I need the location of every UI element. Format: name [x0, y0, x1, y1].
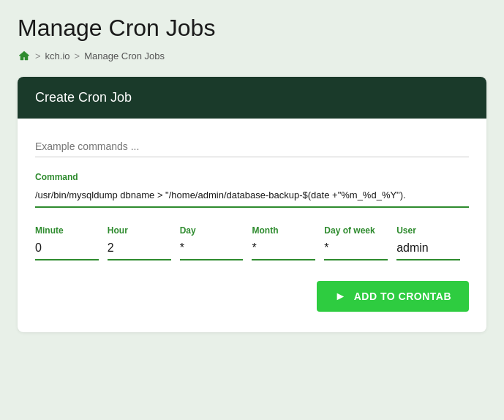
dayofweek-input[interactable]	[324, 240, 388, 260]
minute-label: Minute	[35, 225, 99, 236]
breadcrumb-sep-1: >	[35, 50, 41, 61]
cron-field-dayofweek: Day of week	[324, 225, 396, 260]
home-icon	[18, 49, 31, 62]
card-header: Create Cron Job	[18, 77, 486, 119]
cron-field-user: User	[396, 225, 469, 260]
month-label: Month	[252, 225, 315, 236]
cron-field-minute: Minute	[35, 225, 108, 260]
footer-row: ► ADD TO CRONTAB	[35, 281, 469, 312]
hour-input[interactable]	[108, 240, 171, 260]
cron-field-day: Day	[180, 225, 252, 260]
example-commands-input[interactable]	[35, 136, 469, 157]
page-title: Manage Cron Jobs	[18, 15, 486, 42]
add-to-crontab-button[interactable]: ► ADD TO CRONTAB	[317, 281, 469, 312]
hour-label: Hour	[108, 225, 171, 236]
user-label: User	[396, 225, 460, 236]
breadcrumb-sep-2: >	[75, 50, 80, 61]
command-value: /usr/bin/mysqldump dbname > "/home/admin…	[35, 187, 469, 208]
breadcrumb-current: Manage Cron Jobs	[84, 50, 165, 61]
month-input[interactable]	[252, 240, 315, 260]
cron-field-hour: Hour	[108, 225, 180, 260]
command-label: Command	[35, 172, 469, 182]
cron-field-month: Month	[252, 225, 324, 260]
minute-input[interactable]	[35, 240, 99, 260]
day-input[interactable]	[180, 240, 244, 260]
user-input[interactable]	[396, 240, 460, 260]
card-body: Command /usr/bin/mysqldump dbname > "/ho…	[18, 119, 486, 332]
cron-fields: Minute Hour Day Month Day of week	[35, 225, 469, 260]
add-button-label: ADD TO CRONTAB	[354, 290, 451, 302]
dayofweek-label: Day of week	[324, 225, 388, 236]
arrow-icon: ►	[334, 290, 346, 303]
breadcrumb-link[interactable]: kch.io	[45, 50, 70, 61]
create-cron-card: Create Cron Job Command /usr/bin/mysqldu…	[18, 77, 486, 332]
command-section: Command /usr/bin/mysqldump dbname > "/ho…	[35, 172, 469, 208]
day-label: Day	[180, 225, 244, 236]
breadcrumb: > kch.io > Manage Cron Jobs	[18, 49, 486, 62]
